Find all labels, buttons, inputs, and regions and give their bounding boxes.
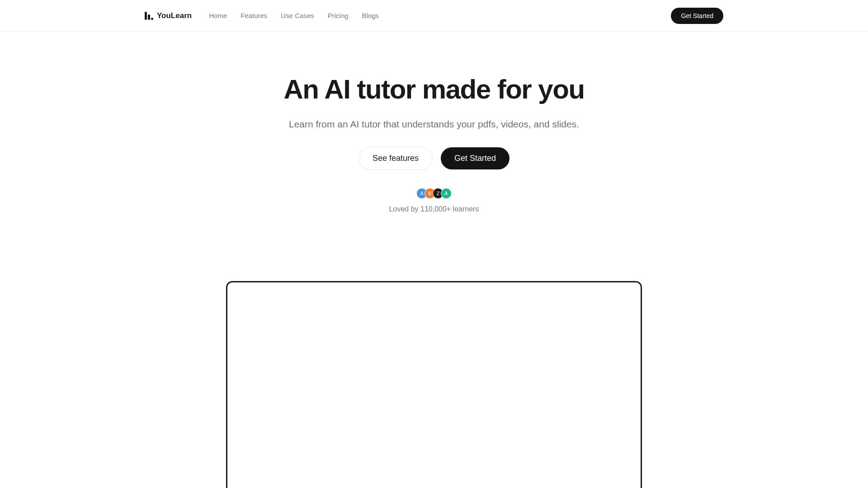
nav-left: YouLearn Home Features Use Cases Pricing… <box>145 11 379 20</box>
social-proof-text: Loved by 110,000+ learners <box>389 205 479 213</box>
nav-link-use-cases[interactable]: Use Cases <box>281 12 314 19</box>
device-frame <box>226 281 642 488</box>
hero-title: An AI tutor made for you <box>283 75 584 104</box>
nav-link-blogs[interactable]: Blogs <box>362 12 379 19</box>
navbar: YouLearn Home Features Use Cases Pricing… <box>0 0 868 32</box>
nav-link-features[interactable]: Features <box>241 12 267 19</box>
logo-icon <box>145 12 153 20</box>
logo[interactable]: YouLearn <box>145 11 192 20</box>
nav-link-pricing[interactable]: Pricing <box>328 12 349 19</box>
hero-get-started-button[interactable]: Get Started <box>441 147 509 169</box>
see-features-button[interactable]: See features <box>359 147 433 170</box>
nav-get-started-button[interactable]: Get Started <box>671 8 723 24</box>
avatars-group: A B Z A <box>416 188 452 199</box>
hero-subtitle: Learn from an AI tutor that understands … <box>289 119 579 130</box>
nav-link-home[interactable]: Home <box>209 12 227 19</box>
logo-text: YouLearn <box>157 11 192 20</box>
nav-links: Home Features Use Cases Pricing Blogs <box>209 12 379 19</box>
hero-actions: See features Get Started <box>359 147 509 170</box>
hero: An AI tutor made for you Learn from an A… <box>0 32 868 213</box>
social-proof: A B Z A Loved by 110,000+ learners <box>389 188 479 213</box>
avatar: A <box>441 188 452 199</box>
